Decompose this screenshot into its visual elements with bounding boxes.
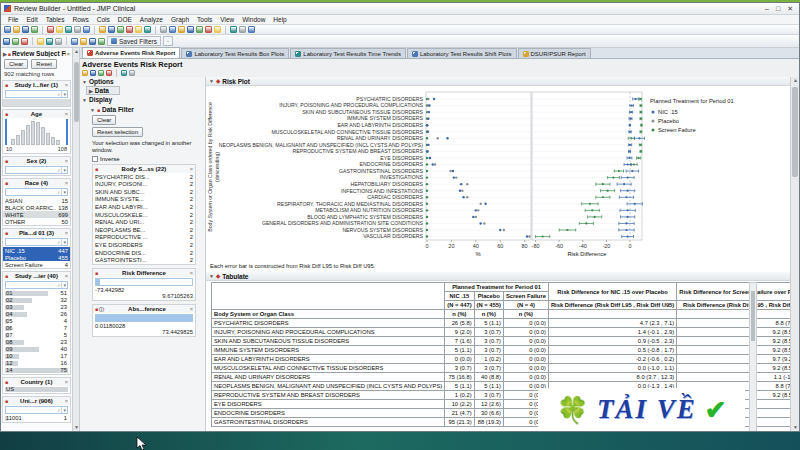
menu-item-tools[interactable]: Tools bbox=[193, 16, 216, 23]
screen-rd-marker[interactable] bbox=[602, 196, 604, 198]
filter-bar-item[interactable]: 0823 bbox=[5, 339, 68, 346]
screen-pct-marker[interactable] bbox=[426, 176, 428, 178]
new-doc-icon[interactable] bbox=[4, 26, 11, 33]
collapse-triangle-icon[interactable]: ▶ bbox=[3, 51, 7, 57]
filter-bar-item[interactable]: 0151 bbox=[5, 290, 68, 297]
screen-rd-marker[interactable] bbox=[612, 177, 614, 179]
body-system-item[interactable]: IMMUNE SYSTE...2 bbox=[93, 196, 195, 204]
minimize-button[interactable]: – bbox=[765, 5, 769, 13]
nic-rd-marker[interactable] bbox=[623, 183, 625, 185]
script-icon[interactable] bbox=[230, 26, 237, 33]
table-row[interactable]: RENAL AND URINARY DISORDERS75 (16.8)40 (… bbox=[212, 373, 791, 382]
close-icon[interactable]: × bbox=[190, 166, 193, 172]
paste-icon[interactable] bbox=[65, 26, 72, 33]
zoom-icon[interactable] bbox=[83, 26, 90, 33]
body-system-item[interactable]: RENAL AND URI...2 bbox=[93, 218, 195, 226]
filter-list-item[interactable]: WHITE699 bbox=[3, 211, 70, 218]
copy-icon[interactable] bbox=[56, 26, 63, 33]
filter-search-input[interactable] bbox=[6, 167, 56, 173]
options-section-header[interactable]: ▼ Options bbox=[80, 77, 205, 86]
tab-5[interactable]: DSUR/PSUR Report bbox=[518, 48, 591, 58]
nic-rd-marker[interactable] bbox=[627, 163, 629, 165]
screen-pct-marker[interactable] bbox=[426, 170, 428, 172]
nic-rd-marker[interactable] bbox=[629, 124, 631, 126]
filter-search-input[interactable] bbox=[6, 239, 56, 245]
risk-plot-section-header[interactable]: ▼ ◆ Risk Plot bbox=[206, 77, 790, 86]
screen-rd-marker[interactable] bbox=[594, 216, 596, 218]
filter-card-header[interactable]: ■Study ...ier (40)× bbox=[3, 272, 70, 280]
placebo-pct-marker[interactable] bbox=[427, 98, 429, 100]
screen-pct-marker[interactable] bbox=[426, 209, 428, 211]
nic-rd-marker[interactable] bbox=[627, 209, 629, 211]
screen-pct-marker[interactable] bbox=[426, 216, 428, 218]
body-system-item[interactable]: REPRODUCTIVE ...2 bbox=[93, 234, 195, 242]
save-report-icon[interactable] bbox=[129, 70, 135, 76]
nic-pct-marker[interactable] bbox=[426, 150, 428, 152]
body-system-item[interactable]: SKIN AND SUBC...2 bbox=[93, 188, 195, 196]
summary-icon[interactable] bbox=[37, 38, 44, 45]
grabber-tool-icon[interactable] bbox=[196, 26, 203, 33]
saved-filter-icon[interactable] bbox=[98, 38, 105, 45]
filter-card-header[interactable]: ■Age× bbox=[3, 110, 70, 118]
close-icon[interactable]: × bbox=[65, 230, 68, 236]
tab-3[interactable]: Laboratory Test Results Time Trends bbox=[290, 48, 406, 58]
placebo-pct-marker[interactable] bbox=[455, 176, 457, 178]
print-icon[interactable] bbox=[31, 26, 38, 33]
placebo-pct-marker[interactable] bbox=[503, 229, 505, 231]
menu-item-tables[interactable]: Tables bbox=[42, 16, 69, 23]
body-system-item[interactable]: ENDOCRINE DIS...2 bbox=[93, 249, 195, 257]
script-icon[interactable] bbox=[89, 38, 96, 45]
filter-list-item[interactable]: BLACK OR AFRIC...138 bbox=[3, 204, 70, 211]
screen-pct-marker[interactable] bbox=[426, 235, 428, 237]
inverse-checkbox-row[interactable]: Inverse bbox=[92, 156, 205, 162]
nic-pct-marker[interactable] bbox=[475, 209, 477, 211]
nic-rd-marker[interactable] bbox=[627, 216, 629, 218]
close-icon[interactable]: × bbox=[65, 273, 68, 279]
nic-rd-marker[interactable] bbox=[638, 137, 640, 139]
screen-rd-marker[interactable] bbox=[585, 222, 587, 224]
table-row[interactable]: SKIN AND SUBCUTANEOUS TISSUE DISORDERS7 … bbox=[212, 337, 791, 346]
screen-pct-marker[interactable] bbox=[426, 203, 428, 205]
nic-pct-marker[interactable] bbox=[460, 183, 462, 185]
filter-bar-item[interactable]: 0232 bbox=[5, 297, 68, 304]
screen-pct-marker[interactable] bbox=[426, 183, 428, 185]
nic-pct-marker[interactable] bbox=[479, 222, 481, 224]
placebo-pct-marker[interactable] bbox=[477, 209, 479, 211]
title-bar[interactable]: Review Builder - Untitled - JMP Clinical… bbox=[1, 3, 799, 15]
table-row[interactable]: MUSCULOSKELETAL AND CONNECTIVE TISSUE DI… bbox=[212, 364, 791, 373]
chevron-down-icon[interactable]: ▾ bbox=[61, 91, 67, 97]
placebo-pct-marker[interactable] bbox=[483, 222, 485, 224]
close-icon[interactable]: × bbox=[190, 270, 193, 276]
table-row[interactable]: IMMUNE SYSTEM DISORDERS5 (1.1)3 (0.7)0 (… bbox=[212, 346, 791, 355]
nic-rd-marker[interactable] bbox=[628, 150, 630, 152]
filter-list-item[interactable]: Placebo455 bbox=[3, 254, 70, 261]
table-row[interactable]: EAR AND LABYRINTH DISORDERS0 (0.0)1 (0.2… bbox=[212, 355, 791, 364]
filter-list-item[interactable]: ASIAN15 bbox=[3, 197, 70, 204]
reset-selection-button[interactable]: Reset selection bbox=[92, 127, 143, 137]
filter-bar-item[interactable]: US bbox=[5, 386, 68, 393]
filter-bar-item[interactable]: 1475 bbox=[5, 367, 68, 374]
filter-list-item[interactable]: Screen Failure4 bbox=[3, 261, 70, 268]
rows-icon[interactable] bbox=[21, 38, 28, 45]
nic-pct-marker[interactable] bbox=[453, 176, 455, 178]
nic-rd-marker[interactable] bbox=[634, 203, 636, 205]
placebo-pct-marker[interactable] bbox=[461, 190, 463, 192]
graph-icon[interactable] bbox=[135, 26, 142, 33]
crosshair-tool-icon[interactable] bbox=[205, 26, 212, 33]
filter-card-header[interactable]: ■Sex (2)× bbox=[3, 157, 70, 165]
window-list-icon[interactable] bbox=[239, 26, 246, 33]
body-system-item[interactable]: INJURY, POISONI...2 bbox=[93, 181, 195, 189]
table-row[interactable]: PSYCHIATRIC DISORDERS26 (5.8)5 (1.1)0 (0… bbox=[212, 319, 791, 328]
zoom-icon[interactable] bbox=[106, 70, 112, 76]
inverse-checkbox[interactable] bbox=[92, 156, 98, 162]
placebo-pct-marker[interactable] bbox=[449, 170, 451, 172]
clear-button[interactable]: Clear bbox=[4, 59, 28, 69]
nic-rd-marker[interactable] bbox=[631, 170, 633, 172]
brush-icon[interactable] bbox=[98, 70, 104, 76]
screen-rd-marker[interactable] bbox=[640, 111, 642, 113]
distribution-icon[interactable] bbox=[117, 26, 124, 33]
nic-pct-marker[interactable] bbox=[472, 216, 474, 218]
nic-pct-marker[interactable] bbox=[446, 137, 448, 139]
screen-rd-marker[interactable] bbox=[633, 163, 635, 165]
close-icon[interactable]: × bbox=[66, 51, 70, 57]
